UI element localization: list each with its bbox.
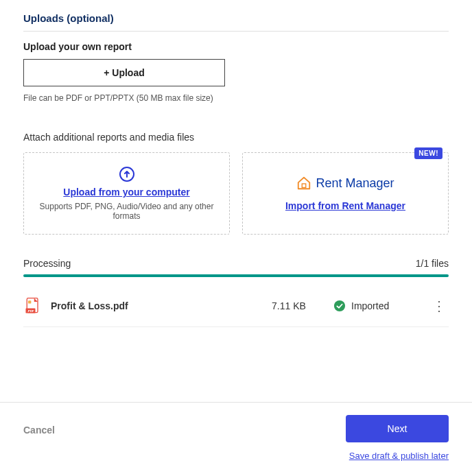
section-title: Uploads (optional) [23,12,449,24]
progress-bar [23,274,449,277]
processing-label: Processing [23,258,71,269]
file-more-button[interactable]: ⋮ [429,299,449,313]
house-icon [296,176,311,191]
check-circle-icon [333,300,346,312]
rentmanager-logo-text: Rent Manager [316,176,394,191]
pdf-icon: .PDF [23,296,43,316]
upload-report-heading: Upload your own report [23,41,449,52]
file-name: Profit & Loss.pdf [51,300,272,311]
next-button[interactable]: Next [346,415,449,442]
import-rentmanager-link[interactable]: Import from Rent Manager [285,200,405,211]
footer: Cancel Next Save draft & publish later [0,402,472,476]
svg-rect-1 [303,184,307,188]
svg-point-6 [334,300,345,311]
upload-button-label: + Upload [104,67,145,78]
svg-text:.PDF: .PDF [27,309,34,313]
import-rentmanager-card[interactable]: NEW! Rent Manager Import from Rent Manag… [242,152,449,235]
processing-count: 1/1 files [416,258,449,269]
divider [23,31,449,32]
cancel-button[interactable]: Cancel [23,425,55,436]
upload-computer-link[interactable]: Upload from your computer [63,187,189,198]
upload-computer-card[interactable]: Upload from your computer Supports PDF, … [23,152,230,235]
upload-circle-icon [119,166,135,182]
upload-button[interactable]: + Upload [23,59,225,86]
upload-hint: File can be PDF or PPT/PPTX (50 MB max f… [23,93,449,103]
svg-rect-5 [28,300,31,303]
file-size: 7.11 KB [272,300,333,311]
rentmanager-logo: Rent Manager [296,176,394,191]
attach-heading: Attach additional reports and media file… [23,132,449,143]
save-draft-link[interactable]: Save draft & publish later [349,451,449,461]
upload-computer-supports: Supports PDF, PNG, Audio/Video and any o… [30,202,224,221]
new-badge: NEW! [414,147,442,159]
file-status: Imported [351,300,389,311]
file-row: .PDF Profit & Loss.pdf 7.11 KB Imported … [23,296,449,327]
